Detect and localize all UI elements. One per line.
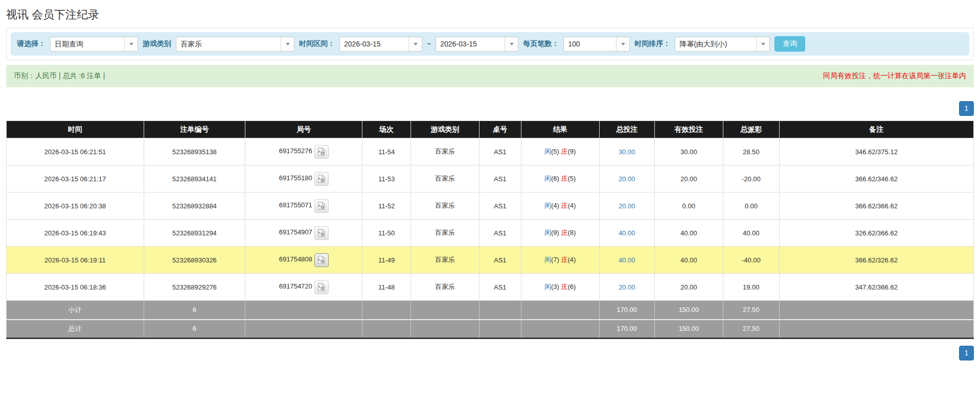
table-no-cell: AS1 bbox=[480, 138, 521, 165]
chevron-down-icon[interactable] bbox=[281, 37, 294, 51]
table-header-row: 时间注单编号局号场次游戏类别桌号结果总投注有效投注总派彩备注 bbox=[7, 121, 974, 138]
chevron-down-icon[interactable] bbox=[408, 37, 422, 51]
table-row: 2026-03-15 06:19:43523268931294691754907… bbox=[7, 220, 974, 247]
total-bet-link[interactable]: 20.00 bbox=[619, 175, 635, 183]
summary-cell bbox=[779, 301, 973, 320]
date-to-value: 2026-03-15 bbox=[436, 37, 505, 51]
game-type-select[interactable]: 百家乐 bbox=[176, 37, 294, 52]
table-no-cell: AS1 bbox=[480, 220, 521, 247]
summary-cell: 小计 bbox=[7, 301, 144, 320]
page-title: 视讯 会员下注纪录 bbox=[6, 7, 974, 22]
page-1-button[interactable]: 1 bbox=[959, 346, 974, 360]
video-replay-icon bbox=[317, 285, 326, 293]
video-replay-button[interactable] bbox=[314, 145, 329, 159]
column-header: 游戏类别 bbox=[411, 121, 479, 138]
game-type-cell: 百家乐 bbox=[411, 165, 479, 193]
bet-id-cell: 523268929276 bbox=[144, 274, 245, 301]
result-banker: 庄 bbox=[561, 175, 567, 182]
time-cell: 2026-03-15 06:20:38 bbox=[7, 193, 144, 220]
round-number: 691755276 bbox=[279, 147, 312, 155]
round-cell: 691755071 bbox=[245, 193, 362, 220]
video-replay-icon bbox=[317, 231, 326, 239]
result-banker-score: (5) bbox=[567, 175, 576, 182]
currency-total-text: 币别：人民币 | 总共 :6 注单 | bbox=[14, 71, 105, 81]
query-type-select[interactable]: 日期查询 bbox=[50, 37, 138, 52]
video-replay-button[interactable] bbox=[314, 226, 329, 240]
summary-cell: 27.50 bbox=[723, 301, 779, 320]
video-replay-button[interactable] bbox=[314, 199, 329, 213]
column-header: 总投注 bbox=[599, 121, 654, 138]
chevron-down-icon[interactable] bbox=[124, 37, 138, 51]
round-cell: 691755276 bbox=[245, 138, 362, 165]
summary-cell bbox=[245, 301, 362, 320]
table-no-cell: AS1 bbox=[480, 247, 521, 274]
video-replay-icon bbox=[317, 204, 326, 212]
chevron-down-icon[interactable] bbox=[505, 37, 518, 51]
date-from-select[interactable]: 2026-03-15 bbox=[339, 37, 422, 52]
note-cell: 346.62/375.12 bbox=[779, 138, 973, 165]
payout-cell: 28.50 bbox=[723, 138, 779, 165]
summary-cell: 27.50 bbox=[723, 320, 779, 339]
summary-bar: 币别：人民币 | 总共 :6 注单 | 同局有效投注，统一计算在该局第一张注单内 bbox=[6, 65, 974, 87]
time-sort-value: 降幂(由大到小) bbox=[675, 37, 756, 51]
table-no-cell: AS1 bbox=[480, 165, 521, 193]
result-banker: 庄 bbox=[561, 202, 567, 209]
session-cell: 11-49 bbox=[362, 247, 411, 274]
video-replay-icon bbox=[317, 177, 326, 185]
total-bet-link[interactable]: 40.00 bbox=[619, 229, 635, 237]
summary-cell bbox=[411, 320, 479, 339]
bet-id-cell: 523268930326 bbox=[144, 247, 245, 274]
round-number: 691755071 bbox=[279, 201, 312, 209]
result-player-score: (4) bbox=[551, 202, 559, 209]
session-cell: 11-54 bbox=[362, 138, 411, 165]
summary-cell bbox=[779, 320, 973, 339]
round-cell: 691754907 bbox=[245, 220, 362, 247]
column-header: 局号 bbox=[245, 121, 362, 138]
time-cell: 2026-03-15 06:18:36 bbox=[7, 274, 144, 301]
result-player: 闲 bbox=[544, 175, 551, 182]
round-number: 691754808 bbox=[279, 255, 312, 263]
time-sort-select[interactable]: 降幂(由大到小) bbox=[675, 37, 770, 52]
video-replay-button[interactable] bbox=[314, 253, 329, 267]
round-number: 691755180 bbox=[279, 174, 312, 182]
total-bet-cell: 20.00 bbox=[599, 193, 654, 220]
note-cell: 366.62/366.62 bbox=[779, 193, 973, 220]
subtotal-row: 小计6170.00150.0027.50 bbox=[7, 301, 974, 320]
round-number: 691754907 bbox=[279, 228, 312, 236]
payout-cell: -20.00 bbox=[723, 165, 779, 193]
total-bet-link[interactable]: 40.00 bbox=[619, 256, 635, 264]
round-cell: 691755180 bbox=[245, 165, 362, 193]
page-1-button[interactable]: 1 bbox=[959, 101, 974, 116]
game-type-cell: 百家乐 bbox=[411, 193, 479, 220]
date-to-select[interactable]: 2026-03-15 bbox=[436, 37, 518, 52]
result-banker-score: (6) bbox=[567, 283, 576, 291]
session-cell: 11-53 bbox=[362, 165, 411, 193]
game-type-value: 百家乐 bbox=[176, 37, 281, 51]
result-player: 闲 bbox=[544, 283, 551, 291]
search-button[interactable]: 查询 bbox=[774, 36, 805, 52]
page-size-select[interactable]: 100 bbox=[563, 37, 630, 52]
result-player: 闲 bbox=[544, 229, 551, 236]
table-row: 2026-03-15 06:19:11523268930326691754808… bbox=[7, 247, 974, 274]
chevron-down-icon[interactable] bbox=[756, 37, 769, 51]
pagination-top: 1 bbox=[6, 101, 974, 116]
table-row: 2026-03-15 06:21:17523268934141691755180… bbox=[7, 165, 974, 193]
video-replay-icon bbox=[317, 150, 326, 158]
bets-table: 时间注单编号局号场次游戏类别桌号结果总投注有效投注总派彩备注 2026-03-1… bbox=[6, 121, 974, 339]
valid-bet-notice-text: 同局有效投注，统一计算在该局第一张注单内 bbox=[823, 71, 966, 81]
video-replay-button[interactable] bbox=[314, 172, 329, 186]
total-bet-link[interactable]: 30.00 bbox=[619, 148, 635, 156]
video-replay-button[interactable] bbox=[314, 280, 329, 294]
total-bet-link[interactable]: 20.00 bbox=[619, 283, 635, 291]
chevron-down-icon[interactable] bbox=[616, 37, 629, 51]
summary-cell: 150.00 bbox=[654, 301, 723, 320]
total-bet-cell: 20.00 bbox=[599, 165, 654, 193]
table-row: 2026-03-15 06:21:51523268935138691755276… bbox=[7, 138, 974, 165]
summary-cell bbox=[521, 320, 599, 339]
time-sort-label: 时间排序： bbox=[634, 39, 670, 49]
result-cell: 闲(5) 庄(9) bbox=[521, 138, 599, 165]
total-bet-link[interactable]: 20.00 bbox=[619, 202, 635, 210]
result-banker-score: (4) bbox=[567, 256, 576, 263]
filter-bar: 请选择： 日期查询 游戏类别 百家乐 时间区间： 2026-03-15 ~ 20… bbox=[11, 32, 969, 56]
total-bet-cell: 40.00 bbox=[599, 220, 654, 247]
